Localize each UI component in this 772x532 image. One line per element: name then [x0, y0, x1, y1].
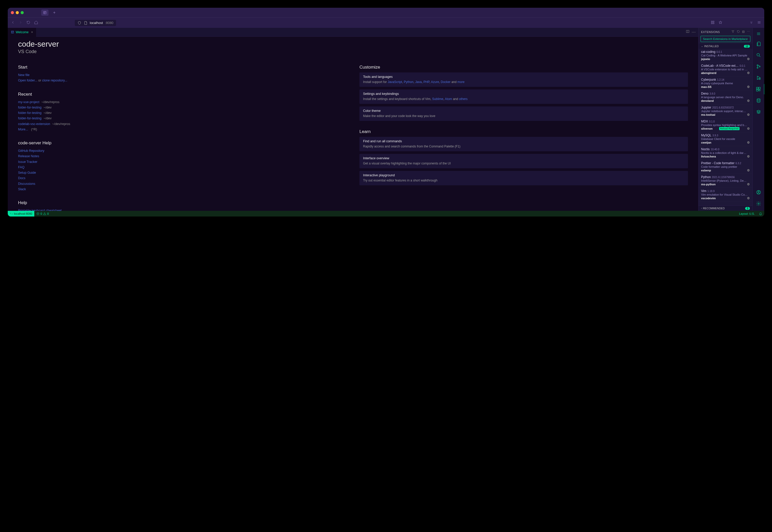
- extension-description: Provides syntax highlighting and b…: [701, 123, 750, 127]
- hamburger-menu-icon[interactable]: [757, 20, 761, 26]
- refresh-icon[interactable]: [737, 30, 740, 34]
- lang-link[interactable]: JavaScript: [388, 80, 402, 84]
- bookmark-star-icon[interactable]: [718, 20, 723, 26]
- minimize-window-button[interactable]: [16, 11, 19, 14]
- new-file-link[interactable]: New file: [18, 73, 29, 77]
- grid-icon[interactable]: [711, 20, 715, 26]
- more-link[interactable]: more: [458, 80, 465, 84]
- recent-item-link[interactable]: my-vue-project: [18, 100, 39, 104]
- cs-help-link[interactable]: GitHub Repository: [18, 149, 44, 153]
- problems-indicator[interactable]: 0 0: [34, 211, 51, 217]
- learn-card[interactable]: Find and run all commandsRapidly access …: [359, 137, 688, 151]
- svg-point-7: [757, 65, 758, 66]
- cs-help-link[interactable]: Setup Guide: [18, 171, 36, 174]
- lang-link[interactable]: Azure: [431, 80, 439, 84]
- learn-card[interactable]: Interactive playgroundTry out essential …: [359, 171, 688, 185]
- explorer-icon[interactable]: [753, 39, 765, 49]
- extension-item[interactable]: Vim1.18.9 Vim emulation for Visual Studi…: [699, 188, 752, 202]
- extension-gear-icon[interactable]: ⚙: [747, 71, 750, 75]
- recent-item-link[interactable]: codelab-vsc-extension: [18, 122, 50, 126]
- editor-link[interactable]: Sublime: [432, 97, 443, 101]
- browser-tab[interactable]: [41, 10, 48, 16]
- cs-help-link[interactable]: Issue Tracker: [18, 160, 37, 164]
- extension-item[interactable]: CodeLab - A VSCode ext…0.0.1 A VSCode ex…: [699, 63, 752, 77]
- recent-item: my-vue-project~/dev/repros: [18, 99, 346, 105]
- lang-link[interactable]: Docker: [441, 80, 451, 84]
- tab-close-icon[interactable]: ×: [31, 30, 33, 34]
- extension-gear-icon[interactable]: ⚙: [747, 141, 750, 144]
- extension-item[interactable]: Deno3.8.0 A language server client for D…: [699, 90, 752, 104]
- tools-card[interactable]: Tools and languages Install support for …: [359, 72, 688, 87]
- clone-repo-link[interactable]: clone repository...: [42, 79, 67, 82]
- lang-link[interactable]: Python: [404, 80, 413, 84]
- filter-icon[interactable]: [731, 30, 735, 34]
- home-button[interactable]: [34, 20, 38, 26]
- extension-item[interactable]: Jupyter2021.6.832593372 Jupyter notebook…: [699, 104, 752, 118]
- cs-help-link[interactable]: FAQ: [18, 165, 24, 169]
- database-icon[interactable]: [753, 95, 765, 106]
- menu-icon[interactable]: [753, 30, 765, 38]
- extension-version: 3.9.3: [712, 134, 718, 137]
- recent-item-link[interactable]: folder-for-testing: [18, 111, 41, 115]
- extensions-icon[interactable]: [753, 84, 765, 94]
- cs-help-link[interactable]: Discussions: [18, 182, 35, 186]
- learn-card[interactable]: Interface overviewGet a visual overlay h…: [359, 154, 688, 168]
- recent-item-link[interactable]: folder-for-testing: [18, 106, 41, 109]
- overflow-button[interactable]: [749, 20, 753, 26]
- extension-gear-icon[interactable]: ⚙: [747, 155, 750, 158]
- layout-indicator[interactable]: Layout: U.S.: [737, 212, 757, 215]
- extension-gear-icon[interactable]: ⚙: [747, 57, 750, 61]
- cs-help-link[interactable]: Slack: [18, 187, 26, 191]
- remote-indicator[interactable]: localhost:8080: [8, 211, 34, 217]
- installed-section-header[interactable]: ⌄ INSTALLED 12: [699, 44, 752, 49]
- recommended-section-header[interactable]: › RECOMMENDED 0: [699, 205, 752, 211]
- more-icon[interactable]: ⋯: [747, 30, 750, 34]
- recent-more-link[interactable]: More...: [18, 128, 28, 131]
- new-tab-button[interactable]: +: [53, 10, 55, 15]
- extension-gear-icon[interactable]: ⚙: [747, 182, 750, 186]
- address-bar[interactable]: localhost:8080: [75, 20, 116, 26]
- close-window-button[interactable]: [11, 11, 14, 14]
- split-editor-icon[interactable]: [686, 30, 690, 35]
- extension-item[interactable]: MySQL3.9.3 Database Client for vscode cw…: [699, 132, 752, 146]
- extension-item[interactable]: Prettier - Code formatter6.3.2 Code form…: [699, 160, 752, 174]
- extensions-search-input[interactable]: [701, 36, 750, 42]
- lang-link[interactable]: Java: [415, 80, 422, 84]
- settings-gear-icon[interactable]: [753, 198, 765, 209]
- source-control-icon[interactable]: [753, 61, 765, 72]
- extension-item[interactable]: Cyberpunk1.2.14 A crazy cyberpunk theme …: [699, 77, 752, 90]
- recent-item-link[interactable]: folder-for-testing: [18, 117, 41, 120]
- theme-card[interactable]: Color theme Make the editor and your cod…: [359, 106, 688, 121]
- maximize-window-button[interactable]: [21, 11, 24, 14]
- extension-gear-icon[interactable]: ⚙: [747, 85, 750, 89]
- reload-button[interactable]: [26, 20, 30, 26]
- editor-tab-welcome[interactable]: Welcome ×: [8, 28, 36, 37]
- others-link[interactable]: others: [459, 97, 468, 101]
- help-link[interactable]: Printable keyboard cheatsheet: [18, 209, 62, 211]
- settings-card[interactable]: Settings and keybindings Install the set…: [359, 89, 688, 104]
- extension-gear-icon[interactable]: ⚙: [747, 196, 750, 200]
- clear-icon[interactable]: ⊟: [742, 30, 745, 34]
- lang-link[interactable]: PHP: [424, 80, 429, 84]
- extension-gear-icon[interactable]: ⚙: [747, 113, 750, 117]
- notifications-bell-icon[interactable]: [757, 212, 764, 215]
- extension-item[interactable]: MDX0.1.0 Provides syntax highlighting an…: [699, 118, 752, 132]
- run-debug-icon[interactable]: [753, 73, 765, 83]
- extension-item[interactable]: Python2021.8.1159798656 IntelliSense (Py…: [699, 174, 752, 188]
- search-icon[interactable]: [753, 50, 765, 60]
- account-icon[interactable]: [753, 187, 765, 197]
- open-folder-link[interactable]: Open folder...: [18, 79, 37, 82]
- stack-icon[interactable]: [753, 107, 765, 117]
- extension-gear-icon[interactable]: ⚙: [747, 169, 750, 172]
- forward-button[interactable]: [19, 20, 23, 26]
- more-actions-icon[interactable]: ⋯: [692, 30, 696, 35]
- editor-link[interactable]: Atom: [445, 97, 452, 101]
- cs-help-link[interactable]: Release Notes: [18, 154, 39, 158]
- extension-publisher: jsjoeio⚙: [701, 57, 750, 61]
- cs-help-link[interactable]: Docs: [18, 176, 25, 180]
- extension-item[interactable]: cat-coding0.0.1 Cat Coding - A Webview A…: [699, 49, 752, 63]
- extension-item[interactable]: Noctis10.40.0 Noctis is a collection of …: [699, 146, 752, 160]
- back-button[interactable]: [11, 20, 15, 26]
- extension-gear-icon[interactable]: ⚙: [747, 127, 750, 130]
- extension-gear-icon[interactable]: ⚙: [747, 99, 750, 103]
